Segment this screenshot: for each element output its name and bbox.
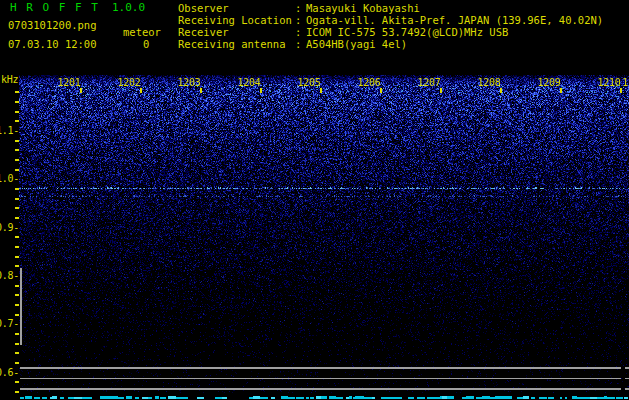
freq-axis-label: 0.6- xyxy=(0,368,19,378)
freq-axis-tick xyxy=(15,159,19,161)
freq-axis-tick xyxy=(15,285,19,287)
info-separator: : xyxy=(295,3,301,14)
hrofft-output: H R O F F T 1.0.0 0703101200.png meteor … xyxy=(0,0,629,400)
freq-axis-tick xyxy=(15,188,19,190)
time-axis-tick xyxy=(320,88,322,93)
freq-axis-tick xyxy=(15,304,19,306)
info-label: Receiver xyxy=(178,27,229,38)
freq-axis-tick xyxy=(15,198,19,200)
freq-axis-tick xyxy=(15,362,19,364)
info-separator: : xyxy=(295,27,301,38)
time-axis-label: 1206 xyxy=(356,78,382,88)
signal-panel-hline xyxy=(20,388,621,390)
datetime-label: 07.03.10 12:00 xyxy=(8,39,97,50)
time-axis-label: 1204 xyxy=(236,78,262,88)
info-label: Observer xyxy=(178,3,229,14)
time-axis-label: 1207 xyxy=(416,78,442,88)
time-axis-label: 1201 xyxy=(56,78,82,88)
freq-axis-tick xyxy=(15,265,19,267)
freq-axis-tick xyxy=(15,343,19,345)
app-version: 1.0.0 xyxy=(112,2,145,13)
time-axis-tick xyxy=(200,88,202,93)
time-axis-tick xyxy=(440,88,442,93)
freq-axis-tick xyxy=(15,91,19,93)
freq-axis-label: 1.1- xyxy=(0,126,19,136)
signal-panel-vline xyxy=(20,268,22,345)
freq-axis-label: 0.8- xyxy=(0,271,19,281)
time-axis-tick xyxy=(500,88,502,93)
freq-axis-tick xyxy=(15,333,19,335)
freq-axis-label: 1.0- xyxy=(0,174,19,184)
time-axis-label: 1205 xyxy=(296,78,322,88)
info-value: ICOM IC-575 53.7492(@LCD)MHz USB xyxy=(306,27,508,38)
signal-panel-hline xyxy=(20,378,621,380)
signal-panel-hline-stub xyxy=(625,378,629,380)
spectrogram-canvas xyxy=(19,75,629,400)
freq-axis-tick xyxy=(15,140,19,142)
time-axis-tick xyxy=(140,88,142,93)
info-value: A504HB(yagi 4el) xyxy=(306,39,407,50)
time-axis-tick xyxy=(620,88,622,93)
time-axis-label: 1 xyxy=(612,78,629,88)
info-label: Receiving antenna xyxy=(178,39,285,50)
freq-axis-tick xyxy=(15,352,19,354)
freq-axis-tick xyxy=(15,120,19,122)
freq-axis-tick xyxy=(15,111,19,113)
freq-axis-tick xyxy=(15,236,19,238)
freq-axis-tick xyxy=(15,381,19,383)
info-label: Receiving Location xyxy=(178,15,292,26)
app-title: H R O F F T xyxy=(10,2,99,13)
freq-axis-tick xyxy=(15,217,19,219)
freq-axis-tick xyxy=(15,246,19,248)
freq-axis-label: 0.9- xyxy=(0,223,19,233)
time-axis-tick xyxy=(380,88,382,93)
freq-axis-unit: kHz xyxy=(1,75,18,85)
signal-panel-hline-stub xyxy=(625,388,629,390)
time-axis-tick xyxy=(260,88,262,93)
signal-panel-hline-stub xyxy=(625,367,629,369)
info-separator: : xyxy=(295,15,301,26)
freq-axis-tick xyxy=(15,149,19,151)
freq-axis-tick xyxy=(15,101,19,103)
output-filename: 0703101200.png xyxy=(8,20,97,31)
info-value: Ogata-vill. Akita-Pref. JAPAN (139.96E, … xyxy=(306,15,603,26)
time-axis-tick xyxy=(80,88,82,93)
meteor-count: 0 xyxy=(143,39,149,50)
time-axis-tick xyxy=(560,88,562,93)
time-axis-label: 1209 xyxy=(536,78,562,88)
signal-panel-hline xyxy=(20,367,621,369)
freq-axis-tick xyxy=(15,294,19,296)
mode-label: meteor xyxy=(123,27,161,38)
info-value: Masayuki Kobayashi xyxy=(306,3,420,14)
time-axis-label: 1203 xyxy=(176,78,202,88)
info-separator: : xyxy=(295,39,301,50)
freq-axis-tick xyxy=(15,256,19,258)
time-axis-label: 1208 xyxy=(476,78,502,88)
freq-axis-label: 0.7- xyxy=(0,319,19,329)
freq-axis-tick xyxy=(15,207,19,209)
freq-axis-tick xyxy=(15,391,19,393)
time-axis-label: 1202 xyxy=(116,78,142,88)
freq-axis-tick xyxy=(15,314,19,316)
freq-axis-tick xyxy=(15,169,19,171)
